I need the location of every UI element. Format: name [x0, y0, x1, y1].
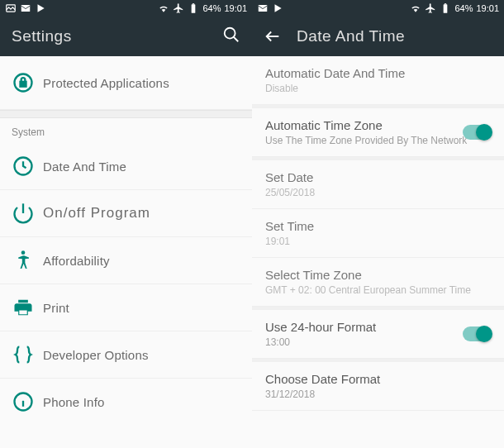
setting-value: Disable — [265, 83, 491, 94]
braces-icon — [12, 343, 35, 366]
setting-title: Set Time — [265, 219, 491, 233]
status-bar: 64% 19:01 — [252, 0, 504, 17]
automatic-date-time-setting[interactable]: Automatic Date And Time Disable — [252, 56, 504, 105]
settings-pane: 64% 19:01 Settings Protected Application… — [0, 0, 252, 448]
settings-header: Settings — [0, 17, 252, 56]
print-row[interactable]: Print — [0, 284, 252, 331]
affordability-row[interactable]: Affordability — [0, 237, 252, 284]
use-24-hour-format-toggle[interactable] — [463, 326, 491, 341]
setting-value: 13:00 — [265, 336, 491, 348]
choose-date-format-setting[interactable]: Choose Date Format 31/12/2018 — [252, 362, 504, 411]
system-section-label: System — [0, 118, 252, 143]
search-button[interactable] — [222, 26, 240, 47]
status-time: 19:01 — [224, 3, 247, 13]
automatic-time-zone-setting[interactable]: Automatic Time Zone Use The Time Zone Pr… — [252, 108, 504, 157]
gallery-icon — [5, 2, 17, 14]
date-time-content: Automatic Date And Time Disable Automati… — [252, 56, 504, 448]
svg-rect-15 — [259, 5, 268, 12]
battery-icon — [188, 2, 199, 14]
play-icon — [272, 2, 283, 14]
use-24-hour-format-setting[interactable]: Use 24-hour Format 13:00 — [252, 310, 504, 359]
setting-value: 19:01 — [265, 236, 491, 247]
setting-value: 31/12/2018 — [265, 388, 491, 400]
mail-icon — [20, 2, 31, 14]
status-bar: 64% 19:01 — [0, 0, 252, 17]
row-label: Developer Options — [43, 348, 149, 362]
settings-content: Protected Applications System Date And T… — [0, 56, 252, 448]
svg-rect-8 — [21, 82, 26, 87]
clock-icon — [12, 155, 35, 178]
svg-marker-16 — [275, 4, 282, 12]
svg-rect-4 — [193, 3, 194, 4]
automatic-time-zone-toggle[interactable] — [463, 125, 491, 140]
setting-title: Choose Date Format — [265, 372, 491, 386]
on-off-program-row[interactable]: On/off Program — [0, 190, 252, 237]
battery-percent: 64% — [202, 3, 221, 13]
svg-rect-18 — [445, 3, 446, 4]
set-date-setting[interactable]: Set Date 25/05/2018 — [252, 160, 504, 209]
play-icon — [35, 2, 46, 14]
row-label: Affordability — [43, 254, 110, 268]
battery-percent: 64% — [454, 3, 473, 13]
page-title: Settings — [12, 27, 72, 45]
phone-info-row[interactable]: Phone Info — [0, 379, 252, 425]
setting-title: Use 24-hour Format — [265, 320, 491, 334]
row-label: Protected Applications — [43, 76, 169, 90]
date-time-header: Date And Time — [252, 17, 504, 56]
svg-rect-17 — [444, 4, 448, 13]
mail-icon — [257, 2, 269, 14]
row-label: On/off Program — [43, 205, 150, 222]
airplane-icon — [173, 2, 184, 14]
battery-icon — [440, 2, 451, 14]
svg-point-11 — [21, 250, 26, 255]
section-divider — [0, 110, 252, 118]
info-icon — [12, 390, 35, 413]
svg-line-6 — [234, 37, 239, 42]
select-time-zone-setting[interactable]: Select Time Zone GMT + 02: 00 Central Eu… — [252, 258, 504, 307]
setting-value: GMT + 02: 00 Central European Summer Tim… — [265, 284, 491, 296]
setting-title: Automatic Date And Time — [265, 66, 491, 80]
back-button[interactable] — [264, 27, 282, 45]
airplane-icon — [425, 2, 436, 14]
setting-title: Select Time Zone — [265, 268, 491, 282]
setting-value: Use The Time Zone Provided By The Networ… — [265, 135, 491, 146]
setting-value: 25/05/2018 — [265, 187, 491, 198]
date-time-pane: 64% 19:01 Date And Time Automatic Date A… — [252, 0, 504, 448]
row-label: Phone Info — [43, 395, 105, 409]
set-time-setting[interactable]: Set Time 19:01 — [252, 209, 504, 258]
date-time-row[interactable]: Date And Time — [0, 143, 252, 190]
lock-icon — [12, 71, 35, 94]
wifi-icon — [158, 2, 169, 14]
svg-rect-1 — [21, 5, 31, 12]
accessibility-icon — [12, 249, 35, 272]
printer-icon — [12, 296, 35, 319]
status-time: 19:01 — [476, 3, 499, 13]
page-title: Date And Time — [297, 27, 405, 45]
wifi-icon — [410, 2, 421, 14]
developer-options-row[interactable]: Developer Options — [0, 331, 252, 379]
power-icon — [12, 202, 35, 225]
svg-point-5 — [225, 28, 235, 39]
svg-rect-3 — [192, 4, 196, 13]
row-label: Print — [43, 301, 69, 315]
setting-title: Automatic Time Zone — [265, 118, 491, 132]
protected-applications-row[interactable]: Protected Applications — [0, 56, 252, 110]
setting-title: Set Date — [265, 170, 491, 184]
svg-marker-2 — [38, 4, 45, 12]
row-label: Date And Time — [43, 160, 126, 174]
